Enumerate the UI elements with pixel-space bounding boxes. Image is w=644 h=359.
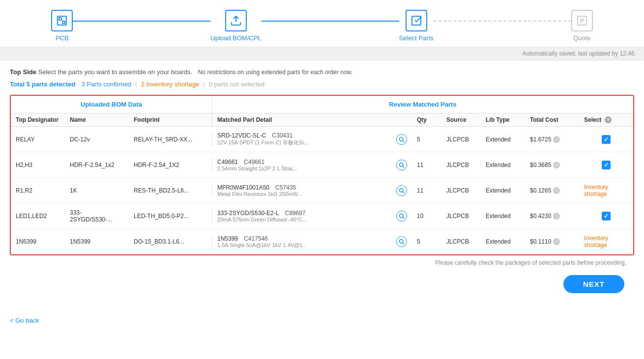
cell-matched-1: C49661 C49661 2.54mm Straight 1x2P 2 1 S… [212, 156, 412, 174]
cell-top-designator-1: H2,H3 [11, 159, 65, 171]
part-desc-0: 12V 15A SPDT (1 Form C) 非极化Si... [217, 139, 393, 146]
select-help-icon[interactable]: ? [605, 116, 612, 123]
cost-info-icon-4[interactable]: i [553, 238, 560, 245]
cell-top-designator-2: R1,R2 [11, 184, 65, 197]
svg-point-15 [400, 214, 404, 218]
step-select-parts[interactable]: Select Parts [399, 10, 434, 42]
part-code-4: C417546 [244, 235, 268, 242]
svg-line-10 [403, 140, 404, 142]
cost-info-icon-0[interactable]: i [553, 136, 560, 143]
part-desc-3: 20mA 575nm Green Diffused -40°C... [217, 217, 393, 222]
cell-qty-2: 11 [412, 184, 441, 197]
search-icon-4[interactable] [396, 236, 407, 247]
part-code-0: C30431 [272, 132, 293, 139]
cell-footprint-0: RELAY-TH_SRD-XX... [129, 133, 212, 146]
next-button[interactable]: NEXT [563, 275, 624, 293]
review-matched-header: Review Matched Parts [212, 96, 633, 113]
cost-value-4: $0.1110 [530, 238, 551, 245]
svg-point-11 [400, 163, 404, 166]
connector-2 [262, 21, 399, 22]
parts-detected-label: parts detected [32, 81, 76, 88]
part-num-4: 1N5399 [217, 235, 238, 242]
select-checkbox-1[interactable] [579, 158, 633, 172]
matched-top-3: 333-2SYGD/S530-E2-L C99697 [217, 210, 393, 217]
upload-step-label: Upload BOM/CPL [210, 34, 261, 42]
cell-name-2: 1K [65, 184, 129, 197]
svg-rect-4 [412, 16, 421, 25]
cost-value-1: $0.3685 [530, 162, 551, 168]
quote-step-label: Quote [573, 34, 590, 42]
checkbox-checked-3[interactable] [602, 212, 611, 221]
part-code-1: C49661 [244, 159, 264, 166]
matched-info-0: SRD-12VDC-SL-C C30431 12V 15A SPDT (1 Fo… [217, 132, 393, 146]
table-row: H2,H3 HDR-F-2.54_1x2 HDR-F-2.54_1X2 C496… [11, 152, 633, 178]
cell-qty-1: 11 [412, 159, 441, 171]
cost-info-icon-2[interactable]: i [553, 187, 560, 194]
not-selected-count: 0 [209, 81, 212, 88]
cell-name-3: 333-2SYGD/S530-... [65, 206, 129, 226]
page-wrapper: PCB Upload BOM/CPL [0, 0, 644, 359]
step-upload[interactable]: Upload BOM/CPL [210, 10, 261, 42]
cell-source-4: JLCPCB [441, 235, 481, 248]
col-header-footprint: Footprint [129, 113, 212, 126]
connector-3 [434, 21, 571, 22]
step-quote[interactable]: Quote [571, 10, 593, 42]
svg-line-18 [403, 243, 404, 244]
search-icon-0[interactable] [396, 134, 407, 145]
search-icon-3[interactable] [396, 211, 407, 221]
svg-point-17 [400, 240, 404, 244]
cell-top-designator-3: LED1,LED2 [11, 210, 65, 222]
checkbox-checked-0[interactable] [602, 135, 611, 144]
total-label: Total [10, 81, 25, 88]
table-row: RELAY DC-12v RELAY-TH_SRD-XX... SRD-12VD… [11, 127, 633, 152]
part-num-1: C49661 [217, 159, 238, 166]
inventory-shortage-label-4: Inventory shortage [584, 235, 628, 249]
matched-info-4: 1N5399 C417546 1.5A Single 5uA@1kV 1kV 1… [217, 235, 393, 248]
topside-desc: Select the parts you want to assemble on… [38, 68, 193, 76]
select-parts-step-icon [406, 10, 427, 31]
select-checkbox-3[interactable] [579, 209, 633, 223]
cell-total-cost-1: $0.3685 i [525, 159, 579, 171]
select-status-4: Inventory shortage [579, 232, 633, 251]
cell-name-1: HDR-F-2.54_1x2 [65, 159, 129, 171]
select-status-2: Inventory shortage [579, 181, 633, 200]
step-pcb[interactable]: PCB [51, 10, 73, 42]
cell-lib-type-1: Extended [481, 159, 525, 171]
col-headers-row: Top Designator Name Footprint Matched Pa… [11, 113, 633, 127]
pcb-step-label: PCB [56, 34, 69, 42]
cell-name-4: 1N5399 [65, 235, 129, 248]
cell-footprint-1: HDR-F-2.54_1X2 [129, 159, 212, 171]
cell-source-2: JLCPCB [441, 184, 481, 197]
col-header-lib-type: Lib Type [481, 113, 525, 126]
cell-matched-3: 333-2SYGD/S530-E2-L C99697 20mA 575nm Gr… [212, 207, 412, 225]
part-desc-2: Metal Film Resistors 1kΩ 250mW... [217, 191, 393, 197]
checkbox-checked-1[interactable] [602, 161, 611, 169]
cell-total-cost-0: $1.6725 i [525, 133, 579, 146]
cell-total-cost-4: $0.1110 i [525, 235, 579, 248]
search-icon-1[interactable] [396, 160, 407, 170]
confirmed-summary: 3 Parts confirmed [81, 81, 131, 88]
cell-matched-0: SRD-12VDC-SL-C C30431 12V 15A SPDT (1 Fo… [212, 129, 412, 149]
parts-table: Uploaded BOM Data Review Matched Parts T… [10, 95, 634, 255]
inventory-shortage-label-2: Inventory shortage [584, 184, 628, 197]
cost-info-icon-1[interactable]: i [553, 162, 560, 168]
col-header-name: Name [65, 113, 129, 126]
search-icon-2[interactable] [396, 185, 407, 196]
pcb-step-icon [51, 10, 73, 31]
parts-summary: Total 5 parts detected 3 Parts confirmed… [10, 81, 634, 88]
cell-footprint-3: LED-TH_BD5.0-P2... [129, 210, 212, 222]
select-checkbox-0[interactable] [579, 132, 633, 147]
cell-lib-type-0: Extended [481, 133, 525, 146]
main-content: Top Side Select the parts you want to as… [0, 60, 644, 311]
cell-lib-type-2: Extended [481, 184, 525, 197]
svg-rect-2 [62, 21, 65, 24]
shortage-count: 2 [141, 81, 145, 88]
cost-value-0: $1.6725 [530, 136, 551, 143]
connector-1 [73, 21, 210, 22]
cost-info-icon-3[interactable]: i [553, 213, 560, 220]
svg-line-14 [403, 192, 404, 193]
go-back-link[interactable]: < Go back [0, 311, 644, 330]
topside-label: Top Side [10, 68, 36, 76]
matched-info-3: 333-2SYGD/S530-E2-L C99697 20mA 575nm Gr… [217, 210, 393, 222]
cell-source-1: JLCPCB [441, 159, 481, 171]
